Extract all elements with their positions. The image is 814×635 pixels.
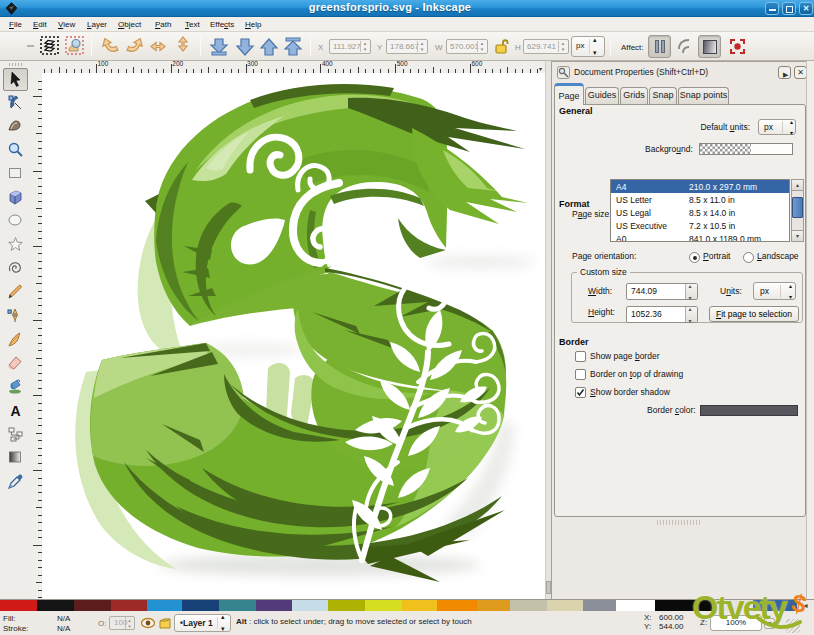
svg-text:A: A: [10, 402, 20, 418]
